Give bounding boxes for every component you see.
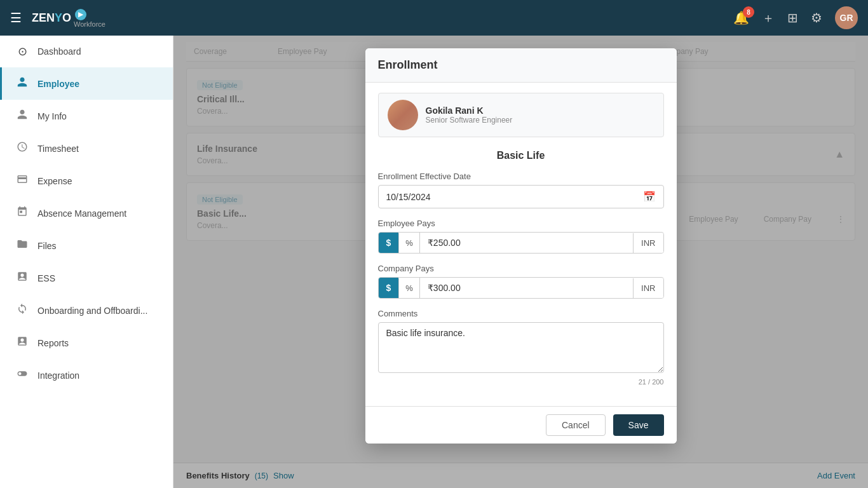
company-pays-currency: INR [633, 278, 663, 298]
save-button[interactable]: Save [613, 414, 664, 436]
employee-dollar-button[interactable]: $ [379, 233, 399, 253]
company-pays-group: Company Pays $ % INR [378, 264, 664, 299]
absence-icon [15, 206, 30, 220]
reports-icon [15, 336, 30, 350]
integration-icon [15, 368, 30, 383]
company-pays-input-group: $ % INR [378, 277, 664, 299]
sidebar-label-onboarding: Onboarding and Offboardi... [37, 306, 147, 316]
sidebar-item-timesheet[interactable]: Timesheet [0, 132, 173, 165]
sidebar-item-myinfo[interactable]: My Info [0, 100, 173, 132]
employee-pays-input-group: $ % INR [378, 232, 664, 254]
modal-overlay: Enrollment Gokila Rani K Senior Software… [173, 36, 868, 488]
sidebar-item-files[interactable]: Files [0, 229, 173, 262]
basic-life-section-title: Basic Life [378, 150, 664, 161]
ess-icon [15, 271, 30, 285]
main-layout: ⊙ Dashboard Employee My Info Timesheet [0, 36, 868, 488]
modal-body: Gokila Rani K Senior Software Engineer B… [365, 83, 677, 406]
sidebar-item-expense[interactable]: Expense [0, 165, 173, 197]
calendar-icon[interactable]: 📅 [643, 191, 656, 203]
sidebar-label-reports: Reports [37, 338, 69, 348]
header-left: ☰ ZENYO ▶ Workforce [10, 8, 105, 28]
enrollment-modal: Enrollment Gokila Rani K Senior Software… [365, 48, 677, 444]
timesheet-icon [15, 141, 30, 156]
company-percent-button[interactable]: % [398, 278, 419, 298]
sidebar-label-files: Files [37, 241, 57, 251]
enrollment-date-group: Enrollment Effective Date 📅 [378, 172, 664, 208]
notification-icon[interactable]: 🔔 8 [733, 10, 749, 25]
comments-label: Comments [378, 309, 664, 318]
company-pays-label: Company Pays [378, 264, 664, 273]
employee-icon [15, 76, 30, 91]
avatar[interactable]: GR [835, 6, 858, 29]
myinfo-icon [15, 109, 30, 123]
company-dollar-button[interactable]: $ [379, 278, 399, 298]
employee-pays-label: Employee Pays [378, 219, 664, 228]
menu-icon[interactable]: ☰ [10, 10, 22, 25]
sidebar: ⊙ Dashboard Employee My Info Timesheet [0, 36, 173, 488]
modal-header: Enrollment [365, 48, 677, 83]
settings-icon[interactable]: ⚙ [811, 10, 822, 25]
logo-subtitle: Workforce [74, 20, 105, 28]
grid-icon[interactable]: ⊞ [787, 10, 798, 25]
onboarding-icon [15, 303, 30, 318]
company-pays-input[interactable] [419, 278, 633, 298]
dashboard-icon: ⊙ [15, 44, 30, 58]
main-content: Coverage Employee Pay Company Pay Covera… [173, 36, 868, 488]
sidebar-label-timesheet: Timesheet [37, 144, 79, 154]
sidebar-item-reports[interactable]: Reports [0, 327, 173, 359]
employee-pays-currency: INR [633, 233, 663, 253]
employee-name: Gokila Rani K [426, 105, 513, 116]
enrollment-date-label: Enrollment Effective Date [378, 172, 664, 181]
add-icon[interactable]: ＋ [762, 10, 775, 27]
sidebar-label-employee: Employee [37, 79, 79, 89]
files-icon [15, 238, 30, 253]
char-count: 21 / 200 [378, 378, 664, 386]
employee-pays-group: Employee Pays $ % INR [378, 219, 664, 254]
comments-textarea[interactable]: Basic life insurance. [378, 322, 664, 373]
sidebar-label-integration: Integration [37, 370, 79, 381]
employee-role: Senior Software Engineer [426, 116, 513, 125]
enrollment-date-wrapper[interactable]: 📅 [378, 185, 664, 208]
sidebar-label-expense: Expense [37, 176, 72, 186]
employee-avatar [388, 100, 418, 130]
expense-icon [15, 173, 30, 188]
modal-title: Enrollment [378, 58, 438, 71]
sidebar-item-employee[interactable]: Employee [0, 67, 173, 100]
employee-details: Gokila Rani K Senior Software Engineer [426, 105, 513, 125]
sidebar-item-dashboard[interactable]: ⊙ Dashboard [0, 36, 173, 67]
app-header: ☰ ZENYO ▶ Workforce 🔔 8 ＋ ⊞ ⚙ GR [0, 0, 868, 36]
modal-footer: Cancel Save [365, 406, 677, 444]
employee-info-card: Gokila Rani K Senior Software Engineer [378, 93, 664, 137]
enrollment-date-input[interactable] [386, 192, 643, 202]
sidebar-item-onboarding[interactable]: Onboarding and Offboardi... [0, 294, 173, 327]
logo-text: ZENYO [32, 11, 71, 25]
sidebar-item-absence[interactable]: Absence Management [0, 197, 173, 229]
header-right: 🔔 8 ＋ ⊞ ⚙ GR [733, 6, 858, 29]
sidebar-item-ess[interactable]: ESS [0, 262, 173, 294]
sidebar-label-ess: ESS [37, 273, 55, 283]
sidebar-label-absence: Absence Management [37, 208, 126, 219]
employee-percent-button[interactable]: % [398, 233, 419, 253]
logo: ZENYO ▶ Workforce [32, 8, 105, 28]
notification-badge: 8 [743, 6, 754, 18]
sidebar-label-myinfo: My Info [37, 111, 67, 121]
cancel-button[interactable]: Cancel [546, 414, 606, 436]
employee-pays-input[interactable] [419, 233, 633, 253]
sidebar-label-dashboard: Dashboard [37, 46, 81, 57]
comments-group: Comments Basic life insurance. 21 / 200 [378, 309, 664, 386]
sidebar-item-integration[interactable]: Integration [0, 359, 173, 391]
